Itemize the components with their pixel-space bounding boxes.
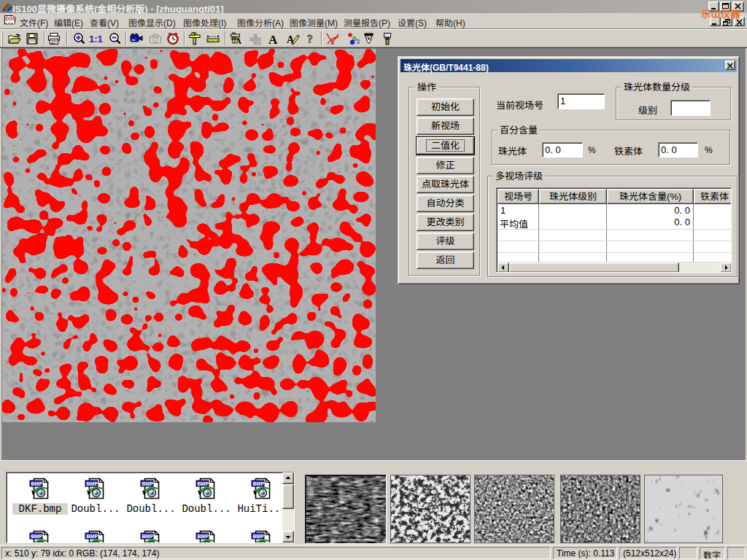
svg-text:BMP: BMP — [198, 534, 209, 539]
svg-text:BMP: BMP — [87, 534, 98, 539]
svg-text:?: ? — [307, 33, 313, 45]
svg-text:3: 3 — [356, 38, 360, 45]
svg-text:1:1: 1:1 — [89, 34, 103, 44]
svg-text:BMP: BMP — [142, 481, 154, 486]
svg-text:A: A — [236, 36, 241, 45]
svg-text:BMP: BMP — [31, 481, 43, 486]
svg-text:BMP: BMP — [198, 481, 209, 486]
svg-text:BMP: BMP — [31, 534, 43, 539]
svg-text:DOC: DOC — [6, 16, 17, 21]
svg-text:BMP: BMP — [253, 534, 265, 539]
svg-text:A: A — [268, 33, 278, 45]
svg-text:BMP: BMP — [87, 481, 98, 486]
svg-text:BMP: BMP — [253, 481, 265, 486]
svg-text:BMP: BMP — [142, 534, 154, 539]
